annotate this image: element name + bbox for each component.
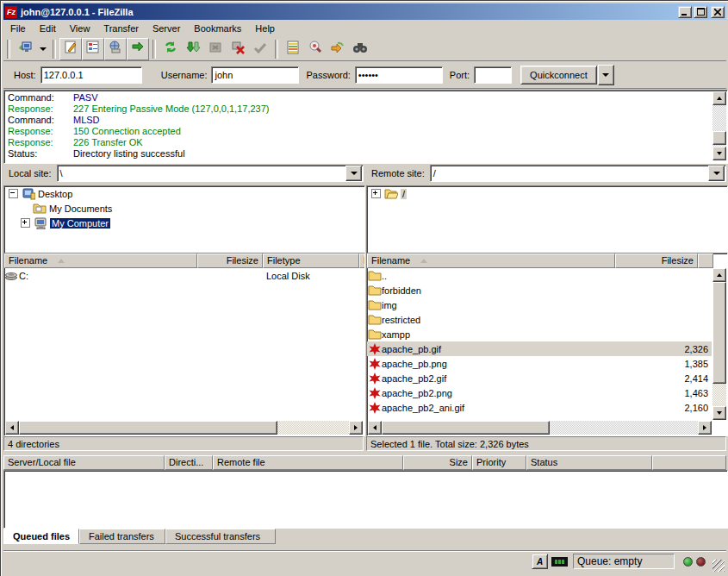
column-header-size[interactable]: Size <box>403 455 472 470</box>
column-header-remote-file[interactable]: Remote file <box>213 455 403 470</box>
toggle-local-tree-button[interactable] <box>82 38 104 60</box>
scroll-thumb[interactable] <box>712 282 726 384</box>
column-header-server-local-file[interactable]: Server/Local file <box>3 455 165 470</box>
remote-vscrollbar[interactable] <box>712 268 726 420</box>
minimize-button[interactable] <box>678 6 692 18</box>
arrow-left-icon <box>10 425 14 430</box>
tree-item-desktop[interactable]: Desktop <box>4 186 364 201</box>
password-input[interactable] <box>355 66 443 84</box>
column-header-filename[interactable]: Filename <box>4 254 197 268</box>
queue-status-text: Queue: empty <box>577 555 642 567</box>
find-files-button[interactable] <box>327 38 349 60</box>
scroll-right-button[interactable] <box>698 421 712 435</box>
scroll-left-button[interactable] <box>5 421 19 435</box>
combo-dropdown-button[interactable] <box>708 166 725 181</box>
menu-server[interactable]: Server <box>146 22 187 35</box>
column-header-priority[interactable]: Priority <box>472 455 526 470</box>
refresh-button[interactable] <box>159 38 182 60</box>
ascii-datatype-icon[interactable]: A <box>532 554 548 569</box>
log-vscrollbar[interactable] <box>712 91 726 160</box>
close-button[interactable] <box>711 6 725 18</box>
synchronized-browsing-button[interactable] <box>304 38 327 60</box>
combo-dropdown-button[interactable] <box>345 166 362 181</box>
disconnect-button[interactable] <box>227 38 249 60</box>
column-header-status[interactable]: Status <box>526 455 652 470</box>
menu-help[interactable]: Help <box>248 22 282 35</box>
tab-successful-transfers[interactable]: Successful transfers <box>165 529 276 544</box>
toolbar-separator <box>53 40 56 59</box>
menu-file[interactable]: File <box>3 22 33 35</box>
log-label: Status: <box>5 148 73 160</box>
remote-hscrollbar[interactable] <box>368 421 712 435</box>
sort-ascending-icon <box>420 259 427 263</box>
collapse-icon[interactable] <box>9 189 18 198</box>
tree-item-root[interactable]: / <box>367 186 727 201</box>
scroll-down-button[interactable] <box>712 147 726 160</box>
remote-file-row[interactable]: .. <box>367 268 712 283</box>
cancel-icon <box>208 40 223 59</box>
username-input[interactable] <box>211 66 299 84</box>
remote-file-row[interactable]: forbidden <box>367 283 712 297</box>
site-manager-dropdown[interactable] <box>36 38 49 60</box>
maximize-button[interactable] <box>694 6 707 18</box>
remote-file-row[interactable]: apache_pb.png1,385 <box>367 356 712 371</box>
scroll-thumb[interactable] <box>712 131 726 145</box>
remote-file-row[interactable]: apache_pb2_ani.gif2,160 <box>367 400 712 415</box>
tab-queued-files[interactable]: Queued files <box>3 529 79 544</box>
remote-file-row-selected[interactable]: apache_pb.gif2,326 <box>367 341 712 356</box>
menu-edit[interactable]: Edit <box>33 22 63 35</box>
file-search-button[interactable] <box>349 38 371 60</box>
toggle-message-log-button[interactable] <box>59 38 82 60</box>
menu-view[interactable]: View <box>63 22 97 35</box>
remote-file-row[interactable]: xampp <box>367 327 712 341</box>
process-queue-button[interactable] <box>182 38 204 60</box>
drive-icon <box>4 271 19 280</box>
menu-transfer[interactable]: Transfer <box>96 22 146 35</box>
tree-item-my-computer[interactable]: My Computer <box>4 216 364 230</box>
scroll-thumb[interactable] <box>382 421 550 435</box>
local-file-row[interactable]: C: Local Disk <box>4 268 364 283</box>
local-hscrollbar[interactable] <box>5 421 363 435</box>
remote-file-row[interactable]: img <box>367 297 712 312</box>
directory-comparison-button[interactable] <box>282 38 304 60</box>
scroll-down-button[interactable] <box>712 406 726 420</box>
scroll-left-button[interactable] <box>368 421 382 435</box>
scroll-up-button[interactable] <box>712 91 726 105</box>
toggle-queue-button[interactable] <box>127 38 149 60</box>
tab-failed-transfers[interactable]: Failed transfers <box>79 529 165 544</box>
toggle-remote-tree-button[interactable] <box>104 38 127 60</box>
log-line: Command:MLSD <box>5 115 712 126</box>
column-header-filename[interactable]: Filename <box>367 254 615 268</box>
column-header-direction[interactable]: Directi... <box>165 455 213 470</box>
remote-site-combo[interactable]: / <box>430 165 726 182</box>
port-input[interactable] <box>474 66 512 84</box>
log-lines: Command:PASV Response:227 Entering Passi… <box>5 92 712 160</box>
column-header-filesize[interactable]: Filesize <box>197 254 263 268</box>
quickconnect-dropdown[interactable] <box>598 65 614 85</box>
expand-icon[interactable] <box>21 218 30 228</box>
remote-file-row[interactable]: apache_pb2.gif2,414 <box>367 371 712 385</box>
scroll-thumb[interactable] <box>19 421 277 435</box>
resize-grip[interactable] <box>712 560 725 572</box>
quickconnect-button[interactable]: Quickconnect <box>520 66 597 85</box>
local-site-combo[interactable]: \ <box>57 165 364 182</box>
scroll-right-button[interactable] <box>349 421 363 435</box>
reconnect-button[interactable] <box>249 38 271 60</box>
host-input[interactable] <box>40 66 142 84</box>
menu-bookmarks[interactable]: Bookmarks <box>187 22 248 35</box>
tree-item-my-documents[interactable]: My Documents <box>4 201 364 216</box>
message-log: Command:PASV Response:227 Entering Passi… <box>3 90 728 164</box>
toolbar-separator <box>7 40 10 59</box>
scroll-up-button[interactable] <box>712 268 726 282</box>
column-header-filetype[interactable]: Filetype <box>263 254 359 268</box>
column-header-filesize[interactable]: Filesize <box>615 254 698 268</box>
file-name: img <box>382 300 629 310</box>
queue-list[interactable] <box>3 470 728 529</box>
cancel-button[interactable] <box>204 38 227 60</box>
remote-file-row[interactable]: restricted <box>367 312 712 327</box>
site-manager-button[interactable] <box>14 38 36 60</box>
indicator-badge-icon <box>551 557 568 567</box>
remote-file-row[interactable]: apache_pb2.png1,463 <box>367 385 712 400</box>
open-folder-icon <box>384 188 398 200</box>
expand-icon[interactable] <box>371 189 381 198</box>
